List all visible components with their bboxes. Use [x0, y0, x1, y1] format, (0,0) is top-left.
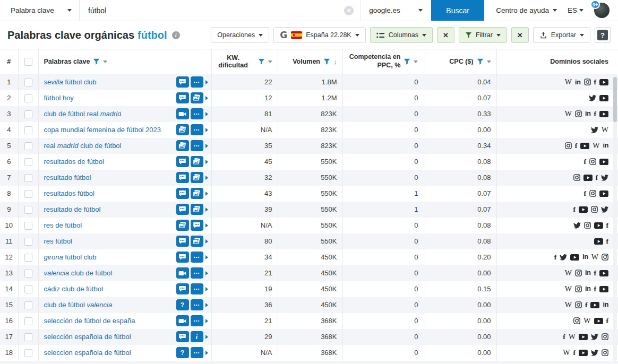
keyword-link[interactable]: club de fútbol valencia: [44, 301, 113, 309]
filter-funnel-icon[interactable]: [93, 58, 100, 65]
keyword-link[interactable]: resultados de fútbol: [44, 158, 104, 166]
reset-filter-button[interactable]: ✕: [511, 27, 529, 43]
row-checkbox[interactable]: [24, 110, 32, 118]
comments-tag-icon[interactable]: [176, 204, 189, 215]
scrollbar-thumb[interactable]: [613, 77, 617, 122]
expand-arrow-icon[interactable]: [205, 80, 208, 84]
expand-arrow-icon[interactable]: [205, 239, 208, 244]
row-checkbox[interactable]: [24, 349, 32, 357]
chevron-down-icon[interactable]: [268, 60, 272, 63]
row-checkbox[interactable]: [24, 270, 32, 278]
expand-arrow-icon[interactable]: [205, 192, 208, 196]
comments-tag-icon[interactable]: [176, 236, 189, 247]
keyword-link[interactable]: copa mundial femenina de fútbol 2023: [44, 126, 161, 134]
keyword-link[interactable]: real madrid club de fútbol: [44, 142, 122, 150]
filter-funnel-icon[interactable]: [323, 58, 330, 65]
images-tag-icon[interactable]: [191, 188, 203, 199]
expand-arrow-icon[interactable]: [205, 128, 208, 132]
comments-tag-icon[interactable]: [176, 331, 189, 342]
more-tag-icon[interactable]: •••: [191, 315, 203, 326]
keyword-link[interactable]: resultado fútbol: [44, 174, 91, 181]
help-button[interactable]: ?: [595, 27, 611, 43]
expand-arrow-icon[interactable]: [205, 271, 208, 275]
comments-tag-icon[interactable]: [176, 76, 189, 88]
filter-funnel-icon[interactable]: [258, 58, 265, 65]
images-tag-icon[interactable]: [176, 124, 189, 135]
row-checkbox[interactable]: [24, 333, 32, 341]
search-input[interactable]: [88, 6, 344, 15]
expand-arrow-icon[interactable]: [205, 223, 208, 228]
images-tag-icon[interactable]: [191, 172, 203, 183]
row-checkbox[interactable]: [24, 206, 32, 214]
expand-arrow-icon[interactable]: [205, 112, 208, 116]
export-button[interactable]: Exportar: [533, 27, 590, 43]
keyword-link[interactable]: res de fútbol: [44, 221, 82, 229]
images-tag-icon[interactable]: [191, 92, 203, 103]
search-button[interactable]: Buscar: [431, 0, 484, 21]
expand-arrow-icon[interactable]: [205, 303, 208, 307]
row-checkbox[interactable]: [24, 238, 32, 246]
operations-button[interactable]: Operaciones: [211, 27, 269, 43]
keyword-link[interactable]: valencia club de fútbol: [44, 269, 113, 277]
more-tag-icon[interactable]: •••: [191, 76, 203, 88]
expand-arrow-icon[interactable]: [205, 160, 208, 164]
more-tag-icon[interactable]: •••: [191, 252, 203, 263]
video-tag-icon[interactable]: [176, 315, 189, 326]
keyword-link[interactable]: res fútbol: [44, 237, 72, 245]
keyword-link[interactable]: fútbol hoy: [44, 94, 74, 102]
more-tag-icon[interactable]: •••: [191, 140, 203, 151]
more-tag-icon[interactable]: •••: [191, 347, 203, 358]
row-checkbox[interactable]: [24, 190, 32, 198]
sort-descending-icon[interactable]: ↓: [333, 58, 337, 66]
reset-columns-button[interactable]: ✕: [437, 27, 454, 43]
filter-funnel-icon[interactable]: [477, 58, 484, 65]
more-tag-icon[interactable]: •••: [191, 299, 203, 310]
comments-tag-icon[interactable]: [176, 92, 189, 103]
comments-tag-icon[interactable]: [176, 172, 189, 183]
comments-tag-icon[interactable]: [176, 283, 189, 294]
row-checkbox[interactable]: [24, 285, 32, 293]
table-scrollbar[interactable]: [613, 76, 617, 361]
expand-arrow-icon[interactable]: [205, 176, 208, 180]
more-tag-icon[interactable]: •••: [191, 267, 203, 279]
comments-tag-icon[interactable]: [176, 252, 189, 263]
search-engine-select[interactable]: google.es: [360, 0, 431, 21]
info-icon[interactable]: i: [172, 31, 180, 39]
more-tag-icon[interactable]: •••: [191, 283, 203, 294]
chevron-down-icon[interactable]: [487, 60, 491, 63]
expand-arrow-icon[interactable]: [205, 335, 208, 339]
expand-arrow-icon[interactable]: [205, 287, 208, 291]
images-tag-icon[interactable]: [191, 204, 203, 215]
keyword-link[interactable]: seleccion española de fútbol: [44, 349, 131, 357]
select-all-checkbox[interactable]: [24, 58, 32, 66]
filter-funnel-icon[interactable]: [404, 58, 410, 65]
avatar[interactable]: 9+: [594, 3, 610, 18]
video-tag-icon[interactable]: [176, 108, 189, 119]
comments-tag-icon[interactable]: [176, 156, 189, 167]
keyword-link[interactable]: girona fútbol club: [44, 253, 97, 261]
question-tag-icon[interactable]: ?: [176, 347, 189, 358]
row-checkbox[interactable]: [24, 142, 32, 150]
chevron-down-icon[interactable]: [103, 60, 107, 63]
search-type-select[interactable]: Palabra clave: [0, 0, 80, 21]
expand-arrow-icon[interactable]: [205, 319, 208, 323]
keyword-link[interactable]: cádiz club de fútbol: [44, 285, 103, 293]
row-checkbox[interactable]: [24, 254, 32, 262]
language-menu[interactable]: ES: [568, 6, 583, 14]
keyword-link[interactable]: club de fútbol real madrid: [44, 110, 122, 118]
video-tag-icon[interactable]: [176, 267, 189, 279]
row-checkbox[interactable]: [24, 126, 32, 134]
keyword-link[interactable]: selección española de fútbol: [44, 333, 131, 341]
row-checkbox[interactable]: [24, 174, 32, 182]
keyword-link[interactable]: resultado de fútbol: [44, 205, 101, 213]
columns-button[interactable]: Columnas: [370, 27, 433, 43]
question-tag-icon[interactable]: ?: [176, 299, 189, 310]
images-tag-icon[interactable]: [176, 140, 189, 151]
info-tag-icon[interactable]: i: [191, 331, 203, 342]
row-checkbox[interactable]: [24, 158, 32, 166]
database-select-button[interactable]: G España 22.28K: [273, 27, 365, 43]
filter-button[interactable]: Filtrar: [459, 27, 507, 43]
expand-arrow-icon[interactable]: [205, 351, 208, 355]
comments-tag-icon[interactable]: [176, 188, 189, 199]
keyword-link[interactable]: resultados fútbol: [44, 189, 95, 197]
